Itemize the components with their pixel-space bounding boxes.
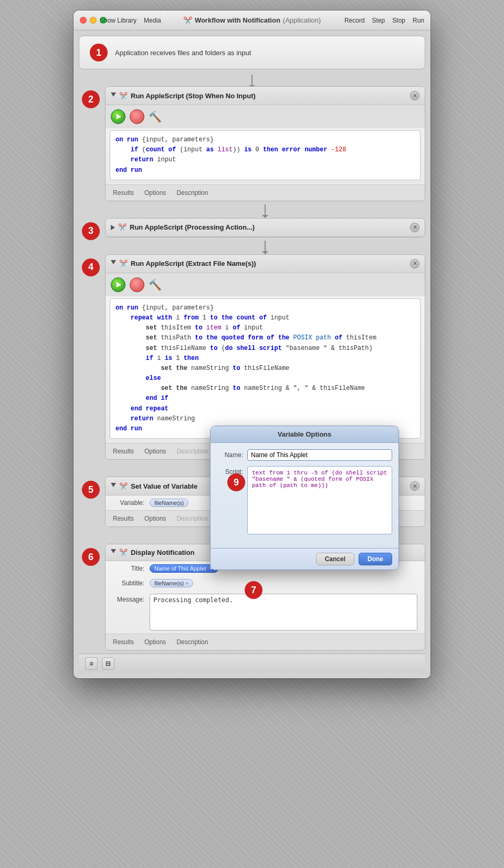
step1-badge: 1 bbox=[90, 44, 108, 61]
step5-close-button[interactable]: ✕ bbox=[410, 481, 419, 491]
step2-title: Run AppleScript (Stop When No Input) bbox=[131, 92, 407, 100]
step6-footer: Results Options Description bbox=[106, 634, 425, 650]
step2-collapse-toggle[interactable] bbox=[111, 92, 116, 99]
step6-badge: 6 bbox=[82, 548, 100, 566]
connector-1-2 bbox=[79, 75, 425, 85]
step6-options-link[interactable]: Options bbox=[144, 638, 166, 646]
connector-line bbox=[251, 75, 253, 85]
step2-close-button[interactable]: ✕ bbox=[410, 91, 419, 100]
step1-banner: 1 Application receives files and folders… bbox=[79, 36, 425, 69]
toolbar-actions: Record Step Stop Run bbox=[344, 17, 424, 24]
dialog-footer: Cancel Done bbox=[211, 548, 398, 570]
step4-stop-button[interactable] bbox=[130, 277, 144, 292]
dialog-name-input[interactable] bbox=[247, 449, 392, 461]
step4-title: Run AppleScript (Extract File Name(s)) bbox=[131, 260, 407, 267]
step6-subtitle-pill[interactable]: fileName(s) × bbox=[150, 579, 193, 587]
step5-description-link[interactable]: Description bbox=[176, 515, 208, 522]
show-library-menu[interactable]: Show Library bbox=[100, 17, 136, 24]
step2-badge: 2 bbox=[82, 90, 100, 108]
record-button[interactable]: Record bbox=[344, 17, 365, 24]
connector-line-3 bbox=[265, 241, 266, 251]
step6-subtitle-x-icon: × bbox=[185, 581, 188, 586]
main-window: Show Library Media ✂️ Workflow with Noti… bbox=[74, 11, 430, 678]
step2-footer: Results Options Description bbox=[106, 184, 425, 201]
menu-bar: Show Library Media bbox=[100, 17, 161, 24]
step5-collapse-toggle[interactable] bbox=[111, 483, 116, 490]
step6-results-link[interactable]: Results bbox=[113, 638, 134, 646]
step5-badge: 5 bbox=[82, 481, 100, 499]
step4-description-link[interactable]: Description bbox=[176, 448, 208, 455]
step6-title-label: Title: bbox=[113, 565, 144, 572]
dialog-name-label: Name: bbox=[217, 451, 243, 459]
step2-results-link[interactable]: Results bbox=[113, 189, 134, 197]
run-button[interactable]: Run bbox=[413, 17, 424, 24]
step2-code[interactable]: on run {input, parameters} if (count of … bbox=[110, 130, 421, 180]
media-menu[interactable]: Media bbox=[144, 17, 161, 24]
scissors-icon: ✂️ bbox=[183, 16, 192, 25]
step2-icon: ✂️ bbox=[119, 92, 128, 100]
step6-collapse-toggle[interactable] bbox=[111, 549, 116, 556]
step2-play-button[interactable] bbox=[111, 109, 125, 124]
step4-header: ✂️ Run AppleScript (Extract File Name(s)… bbox=[106, 255, 425, 273]
step2-code-toolbar: 🔨 bbox=[106, 105, 425, 128]
step4-badge: 4 bbox=[82, 259, 100, 276]
grid-view-button[interactable]: ⊟ bbox=[102, 657, 114, 670]
connector-line-2 bbox=[265, 204, 266, 215]
variable-options-dialog: Variable Options Name: Script: 9 text fr… bbox=[210, 426, 399, 570]
dialog-title: Variable Options bbox=[211, 426, 398, 443]
badge-7: 7 bbox=[245, 581, 262, 599]
list-view-button[interactable]: ≡ bbox=[85, 657, 98, 670]
step4-play-button[interactable] bbox=[111, 277, 125, 292]
minimize-button[interactable] bbox=[90, 17, 97, 24]
step3-action-block: ✂️ Run AppleScript (Processing Action...… bbox=[105, 218, 425, 237]
step3-icon: ✂️ bbox=[118, 223, 127, 231]
step4-icon: ✂️ bbox=[119, 260, 128, 267]
dialog-script-row: Script: 9 text from 1 thru -5 of (do she… bbox=[217, 466, 392, 536]
step3-title: Run AppleScript (Processing Action...) bbox=[130, 223, 407, 231]
step5-variable-label: Variable: bbox=[113, 499, 144, 507]
step2-action-block: ✂️ Run AppleScript (Stop When No Input) … bbox=[105, 86, 425, 201]
step5-options-link[interactable]: Options bbox=[144, 515, 166, 522]
step6-message-input[interactable]: Processing completed. bbox=[150, 594, 417, 631]
step3-header: ✂️ Run AppleScript (Processing Action...… bbox=[106, 219, 425, 237]
step1-text: Application receives files and folders a… bbox=[115, 49, 251, 57]
step6-message-label: Message: bbox=[113, 596, 144, 603]
dialog-done-button[interactable]: Done bbox=[359, 553, 392, 565]
title-bar: Show Library Media ✂️ Workflow with Noti… bbox=[74, 11, 430, 30]
bottom-toolbar: ≡ ⊟ bbox=[79, 654, 425, 673]
step3-block-wrapper: 3 ✂️ Run AppleScript (Processing Action.… bbox=[105, 218, 425, 237]
dialog-name-row: Name: bbox=[217, 449, 392, 461]
step5-results-link[interactable]: Results bbox=[113, 515, 134, 522]
connector-3-4 bbox=[105, 241, 425, 251]
step5-variable-pill[interactable]: fileName(s) bbox=[150, 499, 188, 507]
step4-collapse-toggle[interactable] bbox=[111, 260, 116, 267]
step4-results-link[interactable]: Results bbox=[113, 448, 134, 455]
step3-collapse-toggle[interactable] bbox=[111, 225, 115, 230]
step4-code[interactable]: on run {input, parameters} repeat with i… bbox=[110, 298, 421, 439]
step2-hammer-button[interactable]: 🔨 bbox=[149, 110, 162, 123]
step6-description-link[interactable]: Description bbox=[176, 638, 208, 646]
step6-message-row: Message: Processing completed. bbox=[106, 591, 425, 634]
step5-icon: ✂️ bbox=[119, 482, 128, 490]
close-button[interactable] bbox=[80, 17, 87, 24]
step2-block-wrapper: 2 ✂️ Run AppleScript (Stop When No Input… bbox=[105, 86, 425, 201]
badge-9: 9 bbox=[227, 473, 245, 491]
connector-2-3 bbox=[105, 204, 425, 215]
step4-hammer-button[interactable]: 🔨 bbox=[149, 278, 162, 291]
dialog-cancel-button[interactable]: Cancel bbox=[316, 553, 354, 565]
step3-close-button[interactable]: ✕ bbox=[410, 223, 419, 232]
step2-description-link[interactable]: Description bbox=[176, 189, 208, 197]
step4-code-toolbar: 🔨 bbox=[106, 273, 425, 296]
step4-options-link[interactable]: Options bbox=[144, 448, 166, 455]
dialog-body: Name: Script: 9 text from 1 thru -5 of (… bbox=[211, 443, 398, 548]
stop-button[interactable]: Stop bbox=[392, 17, 405, 24]
step6-icon: ✂️ bbox=[119, 549, 128, 556]
dialog-script-textarea[interactable]: text from 1 thru -5 of (do shell script … bbox=[247, 466, 392, 534]
step2-options-link[interactable]: Options bbox=[144, 189, 166, 197]
step6-subtitle-row: Subtitle: fileName(s) × bbox=[106, 576, 425, 591]
step-button[interactable]: Step bbox=[372, 17, 385, 24]
step6-title-pill[interactable]: Name of This Applet ▼ bbox=[150, 564, 218, 573]
step4-close-button[interactable]: ✕ bbox=[410, 259, 419, 268]
step2-stop-button[interactable] bbox=[130, 109, 144, 124]
window-title: ✂️ Workflow with Notification (Applicati… bbox=[183, 16, 321, 25]
